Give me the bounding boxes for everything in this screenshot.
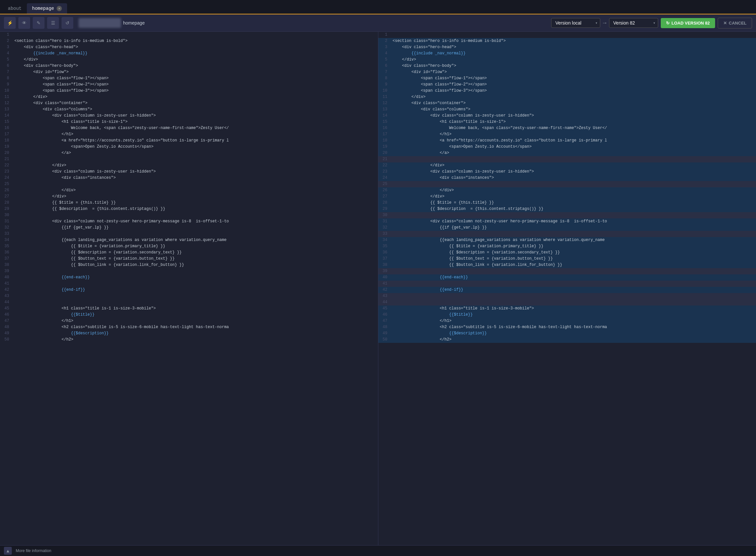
table-row: 38 {{ $button_link = {variation.link_for…	[378, 262, 756, 268]
table-row: 26 </div>	[378, 187, 756, 194]
table-row: 34 {{each landing_page_variations as var…	[378, 237, 756, 243]
line-content: <h1 class="title is-size-1">	[13, 119, 378, 125]
table-row: 19 <span>Open Zesty.io Accounts</span>	[0, 144, 378, 150]
line-number: 3	[0, 44, 13, 50]
table-row: 43	[378, 293, 756, 299]
expand-button[interactable]: ▲	[4, 547, 12, 555]
table-row: 22 </div>	[378, 163, 756, 169]
table-row: 4 {{include _nav_normal}}	[378, 50, 756, 57]
table-row: 50 </h2>	[378, 337, 756, 343]
load-version-button[interactable]: ↻ LOAD VERSION 82	[661, 18, 715, 28]
line-number: 11	[0, 94, 13, 100]
line-number: 37	[0, 256, 13, 262]
tab-about[interactable]: about	[3, 3, 27, 14]
table-row: 3 <div class="hero-head">	[378, 44, 756, 50]
line-number: 26	[378, 187, 391, 194]
lightning-icon: ⚡	[7, 20, 13, 26]
line-number: 24	[0, 175, 13, 181]
line-content	[391, 231, 756, 237]
table-row: 9 <span class="flow-2"></span>	[0, 81, 378, 88]
line-number: 22	[0, 163, 13, 169]
list-btn[interactable]: ☰	[47, 17, 59, 29]
line-content: {{ $description = {this.content.striptag…	[391, 206, 756, 212]
table-row: 14 <div class="column is-zesty-user is-h…	[378, 113, 756, 119]
table-row: 28 {{ $title = {this.title} }}	[378, 200, 756, 206]
line-number: 13	[378, 106, 391, 113]
line-number: 35	[0, 243, 13, 249]
line-content	[391, 299, 756, 306]
line-number: 32	[378, 224, 391, 231]
line-content: <div class="column not-zesty-user hero-p…	[391, 218, 756, 224]
table-row: 9 <span class="flow-2"></span>	[378, 81, 756, 88]
line-content	[13, 293, 378, 299]
line-number: 15	[0, 119, 13, 125]
line-number: 44	[378, 299, 391, 306]
version-82-select[interactable]: Version 82	[609, 18, 658, 28]
left-code-area[interactable]: 12<section class="hero is-info is-medium…	[0, 32, 378, 545]
eye-btn[interactable]: 👁	[18, 17, 30, 29]
status-info-label: More file information	[16, 549, 51, 553]
line-content: <div class="container">	[13, 100, 378, 106]
table-row: 31 <div class="column not-zesty-user her…	[0, 218, 378, 224]
table-row: 12 <div class="container">	[378, 100, 756, 106]
table-row: 30	[378, 212, 756, 218]
table-row: 3 <div class="hero-head">	[0, 44, 378, 50]
line-number: 39	[378, 268, 391, 274]
table-row: 33	[0, 231, 378, 237]
version-local-select[interactable]: Version local	[551, 18, 600, 28]
line-number: 43	[378, 293, 391, 299]
line-number: 7	[0, 69, 13, 75]
line-number: 42	[0, 287, 13, 293]
table-row: 35 {{ $title = {variation.primary_title}…	[0, 243, 378, 249]
table-row: 15 <h1 class="title is-size-1">	[0, 119, 378, 125]
table-row: 2<section class="hero is-info is-medium …	[378, 38, 756, 44]
line-number: 50	[0, 337, 13, 343]
line-content: </div>	[391, 57, 756, 63]
table-row: 38 {{ $button_link = {variation.link_for…	[0, 262, 378, 268]
table-row: 16 Welcome back, <span class="zesty-user…	[0, 125, 378, 131]
table-row: 21	[0, 156, 378, 163]
table-row: 23 <div class="column is-zesty-user is-h…	[378, 169, 756, 175]
history-icon: ↺	[66, 20, 69, 26]
line-content: <div class="container">	[391, 100, 756, 106]
line-content: <h2 class="subtitle is-5 is-size-6-mobil…	[13, 324, 378, 331]
tab-homepage[interactable]: homepage ✕	[27, 3, 67, 14]
line-content: <span>Open Zesty.io Accounts</span>	[13, 144, 378, 150]
line-number: 25	[0, 181, 13, 187]
table-row: 27 </div>	[378, 194, 756, 200]
line-content: Welcome back, <span class="zesty-user-na…	[13, 125, 378, 131]
cancel-button[interactable]: ✕ CANCEL	[718, 18, 752, 29]
line-number: 4	[0, 50, 13, 57]
line-content: <a href="https://accounts.zesty.io" clas…	[13, 138, 378, 144]
line-number: 45	[378, 306, 391, 312]
line-number: 43	[0, 293, 13, 299]
edit-btn[interactable]: ✎	[33, 17, 44, 29]
line-content: </div>	[13, 194, 378, 200]
history-btn[interactable]: ↺	[62, 17, 73, 29]
table-row: 17 </h1>	[378, 131, 756, 138]
table-row: 13 <div class="columns">	[378, 106, 756, 113]
tab-close-icon[interactable]: ✕	[56, 6, 62, 11]
line-content: <h2 class="subtitle is-5 is-size-6-mobil…	[391, 324, 756, 331]
line-content	[13, 212, 378, 218]
line-content: </div>	[13, 57, 378, 63]
table-row: 26 </div>	[0, 187, 378, 194]
table-row: 18 <a href="https://accounts.zesty.io" c…	[378, 138, 756, 144]
line-number: 34	[0, 237, 13, 243]
line-number: 22	[378, 163, 391, 169]
right-code-area[interactable]: 12<section class="hero is-info is-medium…	[378, 32, 756, 545]
line-content: <div class="columns">	[13, 106, 378, 113]
lightning-btn[interactable]: ⚡	[4, 17, 16, 29]
table-row: 17 </h1>	[0, 131, 378, 138]
line-number: 17	[0, 131, 13, 138]
line-content: </div>	[391, 94, 756, 100]
line-content	[391, 32, 756, 38]
load-version-label: LOAD VERSION 82	[672, 21, 710, 26]
breadcrumb-page-name: homepage	[123, 20, 145, 26]
line-content: {{end-each}}	[391, 274, 756, 281]
line-number: 46	[0, 312, 13, 318]
line-number: 49	[378, 331, 391, 337]
line-number: 11	[378, 94, 391, 100]
line-number: 20	[0, 150, 13, 156]
line-content	[391, 212, 756, 218]
